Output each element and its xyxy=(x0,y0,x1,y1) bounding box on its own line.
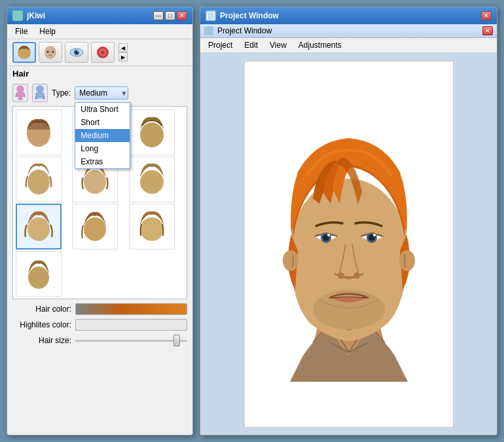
svg-point-13 xyxy=(17,86,24,92)
male-icon[interactable] xyxy=(32,84,48,102)
nav-next-btn[interactable]: ▶ xyxy=(118,52,128,62)
svg-point-4 xyxy=(52,51,54,53)
toolbar-head-btn[interactable] xyxy=(39,42,62,63)
svg-point-39 xyxy=(353,272,360,279)
svg-point-24 xyxy=(140,217,164,241)
svg-point-20 xyxy=(84,170,106,194)
section-header: Hair xyxy=(7,66,192,81)
svg-point-3 xyxy=(47,51,49,53)
svg-point-15 xyxy=(37,86,43,92)
dropdown-item-medium[interactable]: Medium xyxy=(75,129,130,142)
close-button[interactable]: ✕ xyxy=(177,11,187,20)
svg-point-9 xyxy=(77,50,79,52)
title-bar-left: jKiwi xyxy=(12,10,45,21)
type-select-wrapper[interactable]: Medium ▼ Ultra Short Short Medium Long E… xyxy=(75,86,128,100)
highlites-color-fill xyxy=(76,320,187,330)
type-dropdown-menu[interactable]: Ultra Short Short Medium Long Extras xyxy=(75,102,130,169)
hair-cell-8[interactable] xyxy=(72,204,118,249)
dropdown-item-short[interactable]: Short xyxy=(75,116,130,129)
menu-file[interactable]: File xyxy=(12,26,30,37)
toolbar-misc-btn[interactable] xyxy=(91,42,115,63)
svg-rect-27 xyxy=(209,14,213,18)
female-icon[interactable] xyxy=(12,84,28,102)
type-select-display[interactable]: Medium xyxy=(75,86,128,100)
jkiwi-panel: jKiwi — □ ✕ File Help xyxy=(7,7,193,435)
hair-color-row: Hair color: xyxy=(12,303,187,315)
highlites-color-label: Highlites color: xyxy=(12,320,71,329)
app-icon xyxy=(12,10,23,21)
svg-point-22 xyxy=(27,217,50,241)
menu-edit[interactable]: Edit xyxy=(242,39,261,51)
svg-point-23 xyxy=(84,217,106,241)
inner-window-bar: Project Window ✕ xyxy=(200,24,497,38)
dropdown-item-ultrashort[interactable]: Ultra Short xyxy=(75,103,130,116)
inner-close-btn[interactable]: ✕ xyxy=(482,26,493,35)
right-menu-bar: Project Edit View Adjustments xyxy=(200,38,497,53)
svg-point-25 xyxy=(28,267,49,289)
size-slider-thumb[interactable] xyxy=(173,335,180,346)
menu-project[interactable]: Project xyxy=(206,39,235,51)
svg-point-12 xyxy=(101,50,105,54)
minimize-button[interactable]: — xyxy=(153,11,164,20)
hair-cell-9[interactable] xyxy=(129,204,175,249)
menu-adjustments[interactable]: Adjustments xyxy=(296,39,344,51)
maximize-button[interactable]: □ xyxy=(165,11,175,20)
left-title: jKiwi xyxy=(27,11,45,20)
right-title-left: Project Window xyxy=(206,10,279,21)
svg-point-21 xyxy=(140,170,164,194)
hair-color-fill xyxy=(76,304,187,314)
toolbar: ◀ ▶ xyxy=(7,39,192,66)
inner-title: Project Window xyxy=(217,26,272,35)
svg-point-18 xyxy=(140,122,164,147)
right-title-bar: Project Window ✕ xyxy=(200,7,497,24)
hair-size-row: Hair size: xyxy=(12,335,187,346)
menu-view[interactable]: View xyxy=(267,39,289,51)
right-app-icon xyxy=(206,10,216,21)
hair-cell-4[interactable] xyxy=(16,157,62,202)
hair-cell-7[interactable] xyxy=(16,204,62,249)
right-win-controls: ✕ xyxy=(481,11,492,20)
nav-prev-btn[interactable]: ◀ xyxy=(118,43,128,52)
inner-icon xyxy=(204,26,213,35)
dropdown-item-long[interactable]: Long xyxy=(75,142,130,155)
hair-color-label: Hair color: xyxy=(12,304,71,314)
right-close-button[interactable]: ✕ xyxy=(481,11,492,20)
project-window-panel: Project Window ✕ Project Window ✕ Projec… xyxy=(200,7,497,435)
right-title: Project Window xyxy=(220,11,279,20)
left-menu-bar: File Help xyxy=(7,24,192,39)
project-canvas xyxy=(244,61,454,428)
hair-color-slider[interactable] xyxy=(75,303,187,315)
svg-rect-14 xyxy=(18,97,22,100)
toolbar-eye-btn[interactable] xyxy=(65,42,88,63)
svg-point-31 xyxy=(399,250,415,271)
face-container xyxy=(245,62,453,427)
type-row: Type: Medium ▼ Ultra Short Short Medium … xyxy=(12,84,187,102)
hair-size-slider[interactable] xyxy=(75,335,187,346)
hair-cell-3[interactable] xyxy=(129,109,175,155)
panel-content: Type: Medium ▼ Ultra Short Short Medium … xyxy=(7,81,192,435)
hair-cell-1[interactable] xyxy=(16,109,62,155)
toolbar-hair-btn[interactable] xyxy=(12,42,36,63)
window-controls: — □ ✕ xyxy=(153,11,187,20)
svg-point-29 xyxy=(313,290,385,329)
svg-point-37 xyxy=(373,234,376,236)
inner-title-left: Project Window xyxy=(204,26,272,35)
dropdown-item-extras[interactable]: Extras xyxy=(75,155,130,168)
svg-point-34 xyxy=(327,234,330,236)
toolbar-nav: ◀ ▶ xyxy=(118,43,128,62)
type-label: Type: xyxy=(52,88,71,98)
canvas-wrapper xyxy=(200,53,497,435)
hair-cell-6[interactable] xyxy=(129,157,175,202)
svg-point-0 xyxy=(15,12,20,17)
svg-point-38 xyxy=(338,272,344,279)
svg-point-19 xyxy=(27,170,50,194)
highlites-color-row: Highlites color: xyxy=(12,319,187,331)
highlites-color-slider[interactable] xyxy=(75,319,187,331)
hair-size-label: Hair size: xyxy=(12,336,71,345)
face-svg xyxy=(257,107,441,382)
svg-point-2 xyxy=(45,46,56,59)
left-title-bar: jKiwi — □ ✕ xyxy=(7,7,192,24)
size-slider-track xyxy=(75,340,187,342)
hair-cell-10[interactable] xyxy=(16,251,62,297)
menu-help[interactable]: Help xyxy=(37,26,58,37)
